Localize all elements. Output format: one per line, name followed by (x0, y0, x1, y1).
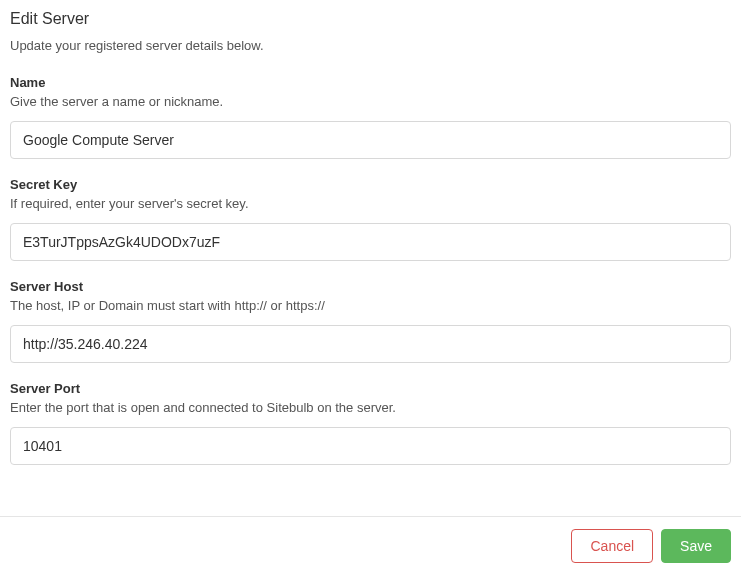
secret-key-help: If required, enter your server's secret … (10, 196, 731, 211)
server-host-help: The host, IP or Domain must start with h… (10, 298, 731, 313)
name-label: Name (10, 75, 731, 90)
field-group-secret-key: Secret Key If required, enter your serve… (10, 177, 731, 261)
page-subtitle: Update your registered server details be… (10, 38, 731, 53)
server-port-input[interactable] (10, 427, 731, 465)
server-host-label: Server Host (10, 279, 731, 294)
secret-key-input[interactable] (10, 223, 731, 261)
form-content: Edit Server Update your registered serve… (0, 0, 741, 503)
name-help: Give the server a name or nickname. (10, 94, 731, 109)
field-group-name: Name Give the server a name or nickname. (10, 75, 731, 159)
footer-actions: Cancel Save (0, 516, 741, 575)
name-input[interactable] (10, 121, 731, 159)
field-group-server-host: Server Host The host, IP or Domain must … (10, 279, 731, 363)
server-port-help: Enter the port that is open and connecte… (10, 400, 731, 415)
page-title: Edit Server (10, 10, 731, 28)
cancel-button[interactable]: Cancel (571, 529, 653, 563)
server-port-label: Server Port (10, 381, 731, 396)
secret-key-label: Secret Key (10, 177, 731, 192)
server-host-input[interactable] (10, 325, 731, 363)
save-button[interactable]: Save (661, 529, 731, 563)
field-group-server-port: Server Port Enter the port that is open … (10, 381, 731, 465)
